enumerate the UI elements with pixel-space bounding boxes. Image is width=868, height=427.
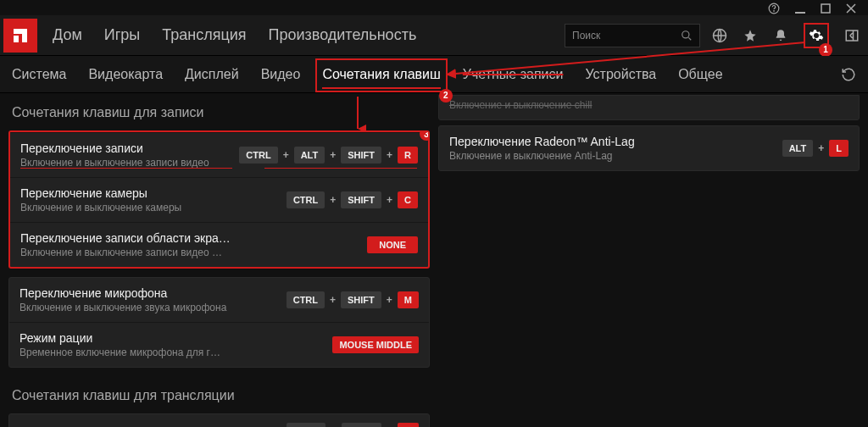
- key: CTRL: [287, 191, 325, 208]
- key-none: NONE: [367, 236, 418, 253]
- svg-point-1: [774, 11, 775, 12]
- close-icon[interactable]: [846, 3, 856, 14]
- search-input[interactable]: Поиск: [565, 24, 700, 47]
- row-toggle-camera[interactable]: Переключение камеры Включение и выключен…: [10, 177, 428, 222]
- row-push-to-talk[interactable]: Режим рации Временное включение микрофон…: [9, 322, 429, 367]
- right-top-strike: Включение и выключение chill: [438, 95, 860, 120]
- annotation-badge-1: 1: [819, 43, 832, 57]
- streaming-hotkeys-card: Переключение трансляции CTRL+ SHIFT+ G: [8, 413, 430, 427]
- tab-accounts[interactable]: Учетные записи: [463, 67, 564, 82]
- bell-icon[interactable]: [773, 28, 788, 43]
- key: SHIFT: [341, 147, 381, 164]
- row-desc: Включение и выключение записи видео: [20, 157, 239, 169]
- hotkey-combo[interactable]: NONE: [367, 236, 418, 253]
- row-title: Режим рации: [19, 331, 332, 345]
- row-title: Переключение камеры: [20, 186, 287, 200]
- tab-hotkeys-label: Сочетания клавиш: [322, 67, 440, 81]
- row-desc: Временное включение микрофона для г…: [19, 347, 332, 358]
- mic-hotkeys-card: Переключение микрофона Включение и выклю…: [8, 277, 430, 368]
- row-toggle-antilag[interactable]: Переключение Radeon™ Anti-Lag Включение …: [439, 126, 859, 170]
- recording-hotkeys-card: 3 Переключение записи Включение и выключ…: [8, 130, 430, 269]
- hotkey-combo[interactable]: MOUSE MIDDLE: [332, 336, 419, 353]
- hotkey-combo[interactable]: CTRL+ ALT+ SHIFT+ R: [239, 147, 418, 164]
- help-icon[interactable]: [768, 3, 780, 14]
- row-toggle-stream[interactable]: Переключение трансляции CTRL+ SHIFT+ G: [9, 414, 429, 427]
- annotation-underline: [20, 168, 232, 169]
- row-title: Переключение записи: [20, 141, 239, 155]
- row-title: Переключение Radeon™ Anti-Lag: [449, 135, 782, 148]
- row-title: Переключение микрофона: [19, 286, 287, 300]
- svg-rect-6: [846, 30, 858, 41]
- key: SHIFT: [341, 291, 381, 308]
- section-recording-title: Сочетания клавиш для записи: [8, 93, 430, 130]
- key-accent: L: [829, 140, 849, 157]
- annotation-badge-2: 2: [439, 89, 453, 103]
- key: SHIFT: [341, 191, 381, 208]
- antilag-card: Переключение Radeon™ Anti-Lag Включение …: [438, 125, 860, 171]
- tab-video[interactable]: Видео: [261, 67, 301, 82]
- svg-rect-3: [821, 4, 830, 13]
- tab-system[interactable]: Система: [12, 67, 66, 82]
- row-toggle-recording[interactable]: Переключение записи Включение и выключен…: [10, 132, 428, 177]
- hotkey-combo[interactable]: CTRL+ SHIFT+ G: [287, 423, 419, 427]
- key: ALT: [782, 140, 814, 157]
- tab-general[interactable]: Общее: [678, 67, 722, 82]
- tab-devices[interactable]: Устройства: [585, 67, 656, 82]
- minimize-icon[interactable]: [795, 3, 805, 14]
- key: CTRL: [239, 147, 277, 164]
- row-desc: Включение и выключение камеры: [20, 202, 287, 214]
- settings-button[interactable]: 1: [804, 23, 829, 48]
- key-accent: M: [398, 291, 419, 308]
- undo-icon[interactable]: [841, 67, 856, 82]
- key-accent: C: [398, 191, 418, 208]
- nav-games[interactable]: Игры: [104, 26, 140, 44]
- key-special: MOUSE MIDDLE: [332, 336, 419, 353]
- svg-rect-2: [795, 12, 805, 14]
- nav-performance[interactable]: Производительность: [269, 26, 417, 44]
- maximize-icon[interactable]: [821, 3, 831, 14]
- web-icon[interactable]: [712, 28, 727, 43]
- tab-hotkeys[interactable]: Сочетания клавиш 2: [322, 67, 440, 82]
- key-accent: G: [398, 423, 419, 427]
- nav-home[interactable]: Дом: [53, 26, 82, 44]
- tab-gpu[interactable]: Видеокарта: [88, 67, 163, 82]
- hotkey-combo[interactable]: ALT+ L: [782, 140, 849, 157]
- panel-icon[interactable]: [844, 28, 860, 43]
- row-desc: Включение и выключение записи видео …: [20, 247, 367, 258]
- hotkey-combo[interactable]: CTRL+ SHIFT+ M: [287, 291, 419, 308]
- row-title: Переключение записи области экра…: [20, 231, 367, 245]
- tab-hotkeys-underline: [322, 87, 440, 89]
- key: CTRL: [287, 423, 325, 427]
- hotkey-combo[interactable]: CTRL+ SHIFT+ C: [287, 191, 418, 208]
- tab-display[interactable]: Дисплей: [185, 67, 239, 82]
- search-placeholder: Поиск: [572, 30, 681, 42]
- row-desc: Включение и выключение Anti-Lag: [449, 150, 782, 162]
- row-toggle-region[interactable]: Переключение записи области экра… Включе…: [10, 222, 428, 267]
- star-icon[interactable]: [743, 28, 758, 43]
- row-toggle-mic[interactable]: Переключение микрофона Включение и выклю…: [9, 278, 429, 322]
- key: SHIFT: [342, 423, 382, 427]
- svg-point-4: [682, 30, 689, 37]
- key: ALT: [294, 147, 326, 164]
- amd-logo: [3, 19, 37, 53]
- section-streaming-title: Сочетания клавиш для трансляции: [8, 376, 430, 413]
- row-desc: Включение и выключение звука микрофона: [19, 302, 287, 313]
- nav-stream[interactable]: Трансляция: [162, 26, 246, 44]
- annotation-underline: [264, 168, 417, 169]
- search-icon: [681, 30, 693, 42]
- key: CTRL: [287, 291, 325, 308]
- gear-icon: [809, 28, 824, 43]
- key-accent: R: [398, 147, 418, 164]
